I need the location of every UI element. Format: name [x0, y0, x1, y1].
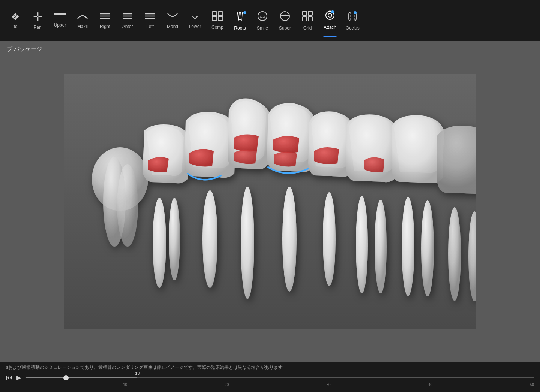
timeline-row: ⏮ ▶ 13 10 20 30 40 50: [6, 374, 534, 382]
smile-icon: [257, 10, 268, 23]
tool-upper[interactable]: Upper: [49, 4, 71, 37]
tool-lower[interactable]: Lower: [184, 4, 206, 37]
svg-rect-18: [303, 11, 307, 15]
play-to-start-icon: ⏮: [6, 374, 13, 382]
svg-point-35: [323, 192, 336, 286]
tool-rotate-label: Ite: [12, 24, 17, 29]
tool-smile[interactable]: Smile: [251, 4, 274, 37]
svg-rect-19: [308, 11, 312, 15]
svg-rect-11: [218, 12, 223, 16]
svg-point-36: [356, 196, 368, 293]
timeline-track[interactable]: 13 10 20 30 40 50: [26, 374, 534, 382]
tool-super[interactable]: Super: [274, 4, 296, 37]
svg-point-30: [153, 198, 166, 288]
tool-right[interactable]: Right: [94, 4, 116, 37]
svg-point-24: [329, 10, 331, 12]
svg-point-39: [421, 200, 434, 296]
status-text: sおよび歯根移動のシミュレーションであり、歯槽骨のレンダリング画像は静止イメージ…: [6, 364, 534, 371]
tool-mand[interactable]: Mand: [161, 4, 184, 37]
tick-marks: 10 20 30 40 50: [26, 383, 534, 387]
play-icon: ▶: [16, 374, 21, 381]
tick-50: 50: [530, 383, 534, 387]
anter-icon: [122, 12, 133, 22]
tick-30: 30: [326, 383, 330, 387]
teeth-container: [0, 41, 540, 362]
right-icon: [99, 12, 111, 22]
tool-lower-label: Lower: [189, 24, 201, 29]
attach-dot: [331, 10, 334, 13]
subtitle-text: ブ パッケージ: [7, 46, 42, 53]
svg-point-32: [202, 190, 218, 288]
tool-grid-label: Grid: [303, 25, 312, 31]
tool-left-label: Left: [146, 24, 154, 29]
tool-grid[interactable]: Grid: [296, 4, 319, 37]
grid-icon: [302, 10, 313, 23]
svg-rect-21: [308, 17, 312, 21]
tool-comp-label: Comp: [212, 25, 224, 30]
maxil-icon: [77, 12, 88, 22]
tool-right-label: Right: [100, 24, 110, 29]
tool-roots-label: Roots: [234, 25, 246, 31]
teeth-3d-render: [64, 74, 476, 329]
tool-occlus-label: Occlus: [346, 25, 360, 31]
roots-icon: [234, 10, 246, 23]
tool-roots[interactable]: Roots: [229, 4, 251, 37]
svg-point-33: [241, 187, 254, 299]
svg-point-34: [282, 187, 297, 292]
tool-attach[interactable]: Attach: [319, 4, 341, 37]
svg-point-25: [354, 11, 357, 14]
svg-point-40: [448, 207, 461, 301]
tool-attach-label: Attach: [324, 25, 336, 31]
svg-point-16: [264, 14, 265, 15]
svg-point-38: [402, 197, 414, 296]
viewport: ブ パッケージ: [0, 41, 540, 362]
track-handle[interactable]: [63, 375, 69, 380]
pan-icon: ✛: [33, 11, 42, 22]
tool-occlus[interactable]: Occlus: [341, 4, 364, 37]
left-icon: [144, 12, 156, 22]
tool-rotate[interactable]: ❖ Ite: [4, 4, 26, 37]
tool-super-label: Super: [279, 25, 291, 31]
tool-smile-label: Smile: [257, 25, 268, 31]
tool-pan-label: Pan: [33, 25, 41, 30]
tick-20: 20: [225, 383, 229, 387]
lower-icon: [189, 12, 201, 22]
attach-icon: [324, 10, 336, 22]
tick-10: 10: [123, 383, 127, 387]
rotate-icon: ❖: [11, 12, 20, 22]
tool-anter[interactable]: Anter: [116, 4, 139, 37]
svg-point-23: [328, 13, 332, 17]
svg-point-14: [258, 12, 267, 21]
track-fill: [26, 377, 137, 378]
svg-rect-20: [303, 17, 307, 21]
comp-icon: [212, 11, 223, 22]
tool-left[interactable]: Left: [139, 4, 161, 37]
track-line: 13: [26, 377, 534, 378]
track-marker: 13: [135, 371, 140, 376]
tool-comp[interactable]: Comp: [206, 4, 229, 37]
tool-pan[interactable]: ✛ Pan: [26, 4, 49, 37]
svg-point-15: [261, 14, 262, 15]
tool-maxil[interactable]: Maxil: [71, 4, 94, 37]
play-button[interactable]: ⏮ ▶: [6, 374, 21, 382]
bottom-bar: sおよび歯根移動のシミュレーションであり、歯槽骨のレンダリング画像は静止イメージ…: [0, 362, 540, 392]
tool-maxil-label: Maxil: [77, 24, 88, 29]
toolbar: ❖ Ite ✛ Pan Upper Maxil Right: [0, 0, 540, 41]
svg-rect-13: [218, 16, 223, 21]
tool-anter-label: Anter: [122, 24, 133, 29]
mand-icon: [167, 12, 178, 22]
svg-point-37: [375, 200, 387, 293]
svg-point-29: [117, 164, 138, 247]
svg-point-31: [169, 198, 180, 280]
super-icon: [279, 10, 291, 23]
occlus-icon: [347, 10, 358, 23]
svg-rect-12: [212, 16, 217, 21]
roots-dot: [243, 11, 246, 14]
upper-icon: [54, 13, 66, 20]
svg-rect-10: [212, 12, 217, 16]
tool-mand-label: Mand: [167, 24, 178, 29]
tick-40: 40: [428, 383, 432, 387]
tool-upper-label: Upper: [54, 22, 66, 28]
